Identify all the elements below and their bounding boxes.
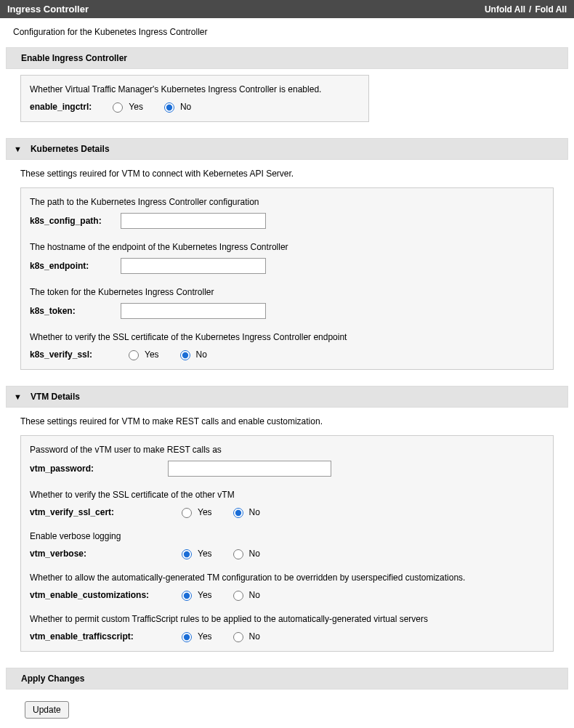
enable-ingctrl-no-option[interactable]: No: [161, 100, 191, 113]
k8s-verify-ssl-yes-radio[interactable]: [129, 350, 139, 360]
section-header-apply-label: Apply Changes: [21, 674, 84, 684]
panel-k8s: The path to the Kubernetes Ingress Contr…: [20, 187, 554, 370]
vtm-trafficscript-no-label: No: [249, 631, 260, 642]
vtm-trafficscript-yes-option[interactable]: Yes: [178, 630, 212, 642]
k8s-config-path-label: k8s_config_path:: [30, 216, 121, 226]
vtm-verbose-yes-label: Yes: [198, 549, 212, 559]
k8s-config-path-row: k8s_config_path:: [30, 213, 544, 229]
k8s-verify-ssl-block: Whether to verify the SSL certificate of…: [30, 332, 544, 360]
panel-vtm: Password of the vTM user to make REST ca…: [20, 435, 554, 652]
k8s-endpoint-input[interactable]: [121, 258, 266, 274]
k8s-token-input[interactable]: [121, 303, 266, 319]
vtm-customizations-radio-group: Yes No: [178, 589, 260, 601]
vtm-password-desc: Password of the vTM user to make REST ca…: [30, 445, 544, 455]
section-header-apply[interactable]: Apply Changes: [6, 668, 568, 689]
vtm-customizations-row: vtm_enable_customizations: Yes No: [30, 589, 544, 601]
vtm-trafficscript-label: vtm_enable_trafficscript:: [30, 631, 168, 642]
k8s-verify-ssl-no-radio[interactable]: [180, 350, 190, 360]
fold-all-link[interactable]: Fold All: [535, 4, 567, 15]
vtm-verbose-no-label: No: [249, 549, 260, 559]
k8s-endpoint-label: k8s_endpoint:: [30, 261, 121, 271]
k8s-verify-ssl-no-label: No: [196, 349, 207, 360]
vtm-customizations-no-radio[interactable]: [233, 591, 243, 601]
collapse-icon: ▼: [14, 145, 22, 153]
vtm-customizations-desc: Whether to allow the automatically-gener…: [30, 573, 544, 583]
vtm-desc: These settings reuired for VTM to make R…: [0, 413, 574, 435]
vtm-verbose-yes-option[interactable]: Yes: [178, 547, 212, 559]
vtm-verify-ssl-no-option[interactable]: No: [230, 506, 260, 518]
vtm-verbose-block: Enable verbose logging vtm_verbose: Yes …: [30, 531, 544, 559]
vtm-verbose-row: vtm_verbose: Yes No: [30, 547, 544, 559]
vtm-verify-ssl-radio-group: Yes No: [178, 506, 260, 518]
k8s-config-path-block: The path to the Kubernetes Ingress Contr…: [30, 197, 544, 229]
k8s-endpoint-desc: The hostname of the endpoint of the Kube…: [30, 242, 544, 252]
vtm-trafficscript-no-radio[interactable]: [233, 632, 243, 642]
vtm-password-input[interactable]: [168, 461, 331, 477]
vtm-verify-ssl-block: Whether to verify the SSL certificate of…: [30, 490, 544, 518]
vtm-trafficscript-desc: Whether to permit custom TrafficScript r…: [30, 614, 544, 624]
k8s-verify-ssl-yes-option[interactable]: Yes: [125, 348, 159, 360]
section-header-vtm[interactable]: ▼ VTM Details: [6, 386, 568, 408]
vtm-verify-ssl-yes-option[interactable]: Yes: [178, 506, 212, 518]
k8s-token-block: The token for the Kubernetes Ingress Con…: [30, 287, 544, 319]
vtm-verbose-yes-radio[interactable]: [182, 549, 192, 559]
enable-ingctrl-label: enable_ingctrl:: [30, 102, 92, 112]
enable-desc: Whether Virtual Traffic Manager's Kubern…: [30, 84, 360, 94]
vtm-verify-ssl-row: vtm_verify_ssl_cert: Yes No: [30, 506, 544, 518]
vtm-verbose-radio-group: Yes No: [178, 547, 260, 559]
vtm-customizations-yes-option[interactable]: Yes: [178, 589, 212, 601]
vtm-password-block: Password of the vTM user to make REST ca…: [30, 445, 544, 477]
page-description: Configuration for the Kubenetes Ingress …: [0, 18, 574, 47]
k8s-verify-ssl-yes-label: Yes: [145, 349, 159, 360]
section-header-enable[interactable]: Enable Ingress Controller: [6, 47, 568, 69]
vtm-verify-ssl-no-label: No: [249, 507, 260, 517]
vtm-customizations-label: vtm_enable_customizations:: [30, 590, 168, 600]
enable-ingctrl-radio-group: Yes No: [109, 100, 191, 113]
section-header-enable-label: Enable Ingress Controller: [21, 53, 127, 63]
section-header-k8s[interactable]: ▼ Kubernetes Details: [6, 138, 568, 160]
enable-ingctrl-no-radio[interactable]: [164, 102, 174, 113]
vtm-verify-ssl-no-radio[interactable]: [233, 508, 243, 518]
unfold-all-link[interactable]: Unfold All: [485, 4, 525, 15]
update-button[interactable]: Update: [25, 701, 69, 719]
enable-ingctrl-yes-label: Yes: [129, 102, 143, 112]
vtm-verbose-no-option[interactable]: No: [230, 547, 260, 559]
vtm-customizations-no-option[interactable]: No: [230, 589, 260, 601]
update-wrap: Update: [0, 695, 574, 728]
collapse-icon: ▼: [14, 392, 22, 401]
enable-ingctrl-yes-radio[interactable]: [113, 102, 123, 113]
titlebar: Ingress Controller Unfold All / Fold All: [0, 0, 574, 18]
k8s-verify-ssl-row: k8s_verify_ssl: Yes No: [30, 348, 544, 360]
section-header-k8s-label: Kubernetes Details: [31, 144, 110, 154]
vtm-verify-ssl-label: vtm_verify_ssl_cert:: [30, 507, 168, 517]
vtm-trafficscript-no-option[interactable]: No: [230, 630, 260, 642]
titlebar-sep: /: [529, 4, 531, 15]
vtm-password-row: vtm_password:: [30, 461, 544, 477]
enable-ingctrl-row: enable_ingctrl: Yes No: [30, 100, 360, 113]
vtm-trafficscript-yes-label: Yes: [198, 631, 212, 642]
vtm-trafficscript-block: Whether to permit custom TrafficScript r…: [30, 614, 544, 642]
vtm-verify-ssl-desc: Whether to verify the SSL certificate of…: [30, 490, 544, 500]
vtm-customizations-yes-label: Yes: [198, 590, 212, 600]
k8s-verify-ssl-no-option[interactable]: No: [177, 348, 207, 360]
section-header-vtm-label: VTM Details: [31, 392, 80, 402]
enable-ingctrl-yes-option[interactable]: Yes: [109, 100, 143, 113]
k8s-config-path-input[interactable]: [121, 213, 266, 229]
vtm-trafficscript-yes-radio[interactable]: [182, 632, 192, 642]
vtm-verbose-desc: Enable verbose logging: [30, 531, 544, 541]
vtm-verify-ssl-yes-label: Yes: [198, 507, 212, 517]
vtm-trafficscript-row: vtm_enable_trafficscript: Yes No: [30, 630, 544, 642]
enable-ingctrl-no-label: No: [180, 102, 191, 112]
vtm-customizations-no-label: No: [249, 590, 260, 600]
vtm-customizations-yes-radio[interactable]: [182, 591, 192, 601]
vtm-customizations-block: Whether to allow the automatically-gener…: [30, 573, 544, 601]
panel-enable: Whether Virtual Traffic Manager's Kubern…: [20, 75, 369, 122]
k8s-config-path-desc: The path to the Kubernetes Ingress Contr…: [30, 197, 544, 207]
k8s-token-row: k8s_token:: [30, 303, 544, 319]
vtm-verbose-no-radio[interactable]: [233, 549, 243, 559]
titlebar-actions: Unfold All / Fold All: [485, 4, 567, 15]
vtm-verify-ssl-yes-radio[interactable]: [182, 508, 192, 518]
vtm-password-label: vtm_password:: [30, 464, 168, 474]
k8s-desc: These settings reuired for VTM to connec…: [0, 166, 574, 187]
k8s-verify-ssl-desc: Whether to verify the SSL certificate of…: [30, 332, 544, 342]
